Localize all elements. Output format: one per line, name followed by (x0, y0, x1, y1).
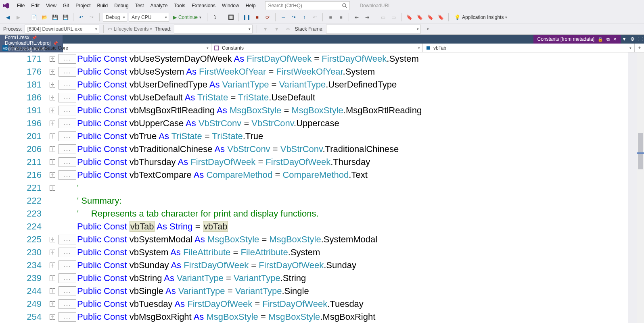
menu-build[interactable]: Build (94, 1, 111, 10)
collapsed-ellipsis[interactable]: ... (59, 299, 76, 309)
code-line[interactable]: Public Const vbMsgBoxRtlReading As MsgBo… (77, 104, 644, 117)
menu-edit[interactable]: Edit (28, 1, 43, 10)
collapsed-ellipsis[interactable]: ... (59, 119, 76, 128)
fold-gutter[interactable]: + (46, 133, 59, 139)
collapsed-ellipsis[interactable]: ... (59, 286, 76, 296)
platform-dropdown[interactable]: Any CPU (129, 13, 169, 22)
step-over-icon[interactable]: ↷ (289, 13, 298, 22)
fold-gutter[interactable]: + (46, 275, 59, 281)
fold-gutter[interactable]: + (46, 159, 59, 165)
menu-test[interactable]: Test (132, 1, 147, 10)
filter2-icon[interactable]: ▼ (272, 25, 281, 33)
collapsed-ellipsis[interactable]: ... (59, 80, 76, 90)
fold-gutter[interactable]: + (46, 108, 59, 113)
close-tab-icon[interactable]: ✕ (613, 37, 617, 42)
indent-right-icon[interactable]: ⇥ (363, 13, 372, 22)
code-line[interactable]: Public Const vbUpperCase As VbStrConv = … (77, 117, 644, 130)
fold-gutter[interactable]: + (46, 301, 59, 307)
bookmark-icon[interactable]: 🔖 (405, 13, 414, 22)
code-line[interactable]: Public Const vbUseSystem As FirstWeekOfY… (77, 65, 644, 78)
fold-gutter[interactable]: − (46, 185, 59, 191)
code-line[interactable]: Public Const vbMsgBoxRight As MsgBoxStyl… (77, 310, 644, 323)
filter1-icon[interactable]: ▼ (261, 25, 270, 33)
doc-tab[interactable]: Form1.resx📌 (0, 35, 63, 40)
fold-gutter[interactable]: + (46, 82, 59, 88)
pin-icon[interactable]: 📌 (32, 35, 37, 40)
process-dropdown[interactable]: [6304] DownloadURL.exe (25, 25, 99, 33)
menu-view[interactable]: View (43, 1, 60, 10)
new-item-icon[interactable]: 📄 (29, 13, 38, 22)
code-line[interactable]: ' (77, 181, 644, 194)
collapsed-ellipsis[interactable]: ... (59, 67, 76, 77)
app-insights-button[interactable]: 💡 Application Insights ▾ (452, 15, 510, 20)
pause-icon[interactable]: ❚❚ (242, 13, 251, 22)
code-line[interactable]: Public Const vbUserDefinedType As Varian… (77, 78, 644, 91)
uncomment-icon[interactable]: ▭ (389, 13, 398, 22)
bookmark-clear-icon[interactable]: 🔖 (436, 13, 445, 22)
thread-dropdown[interactable] (174, 25, 253, 33)
side-toolwindow-tabs[interactable] (628, 52, 637, 323)
fold-gutter[interactable]: + (46, 314, 59, 320)
collapsed-ellipsis[interactable]: ... (59, 248, 76, 257)
step-icon[interactable]: ⤵ (211, 13, 220, 22)
code-line[interactable]: Public Const vbTab As String = vbTab (77, 220, 644, 233)
fold-gutter[interactable]: + (46, 263, 59, 268)
link-icon[interactable]: ∞ (284, 25, 293, 33)
nav-member-dropdown[interactable]: vbTab (423, 44, 634, 52)
indent-left-icon[interactable]: ⇤ (352, 13, 361, 22)
gear-icon[interactable]: ⚙ (630, 36, 634, 42)
lifecycle-events-button[interactable]: ▭ Lifecycle Events ▾ (108, 26, 153, 32)
code-line[interactable]: Public Const vbString As VariantType = V… (77, 272, 644, 285)
nav-back-icon[interactable]: ◀ (3, 13, 12, 22)
fold-gutter[interactable]: + (46, 69, 59, 75)
code-line[interactable]: Public Const vbSunday As FirstDayOfWeek … (77, 259, 644, 272)
fold-gutter[interactable]: + (46, 250, 59, 255)
fold-gutter[interactable]: + (46, 121, 59, 126)
search-input[interactable]: Search (Ctrl+Q) (265, 1, 350, 10)
code-line[interactable]: Public Const vbUseSystemDayOfWeek As Fir… (77, 52, 644, 65)
code-line[interactable]: Public Const vbTuesday As FirstDayOfWeek… (77, 298, 644, 310)
restart-icon[interactable]: ⟳ (263, 13, 272, 22)
continue-button[interactable]: ▶ Continue ▾ (171, 15, 204, 20)
config-dropdown[interactable]: Debug (103, 13, 127, 22)
code-line[interactable]: Public Const vbTraditionalChinese As VbS… (77, 143, 644, 156)
collapsed-ellipsis[interactable]: ... (59, 170, 76, 180)
split-editor-icon[interactable]: ＋ (634, 44, 644, 52)
bookmark-prev-icon[interactable]: 🔖 (415, 13, 424, 22)
undo-icon[interactable]: ↶ (77, 13, 86, 22)
nav-forward-icon[interactable]: ▶ (14, 13, 23, 22)
collapsed-ellipsis[interactable]: ... (59, 131, 76, 141)
collapsed-ellipsis[interactable]: ... (59, 273, 76, 283)
code-line[interactable]: Public Const vbUseDefault As TriState = … (77, 91, 644, 104)
fold-gutter[interactable]: + (46, 172, 59, 178)
nav-project-dropdown[interactable]: VB Microsoft.VisualBasic.Core (0, 44, 211, 52)
redo-icon[interactable]: ↷ (87, 13, 96, 22)
code-line[interactable]: Public Const vbSingle As VariantType = V… (77, 285, 644, 298)
step-out-icon[interactable]: ↑ (300, 13, 309, 22)
collapsed-ellipsis[interactable]: ... (59, 260, 76, 270)
code-line[interactable]: Public Const vbThursday As FirstDayOfWee… (77, 156, 644, 169)
save-icon[interactable]: 💾 (50, 13, 59, 22)
code-editor[interactable]: 171+...Public Const vbUseSystemDayOfWeek… (0, 52, 644, 323)
collapsed-ellipsis[interactable]: ... (59, 312, 76, 322)
stop-icon[interactable]: ■ (253, 13, 261, 22)
collapsed-ellipsis[interactable]: ... (59, 157, 76, 167)
code-line[interactable]: ' Represents a tab character for print a… (77, 207, 644, 220)
collapsed-ellipsis[interactable]: ... (59, 144, 76, 154)
menu-extensions[interactable]: Extensions (188, 1, 219, 10)
step-into-icon[interactable]: → (279, 13, 288, 22)
collapsed-ellipsis[interactable]: ... (59, 106, 76, 115)
menu-analyze[interactable]: Analyze (147, 1, 171, 10)
bookmark-next-icon[interactable]: 🔖 (426, 13, 435, 22)
code-line[interactable]: Public Const vbTrue As TriState = TriSta… (77, 130, 644, 143)
code-line[interactable]: ' Summary: (77, 194, 644, 207)
menu-window[interactable]: Window (219, 1, 243, 10)
fold-gutter[interactable]: + (46, 56, 59, 62)
diag1-icon[interactable]: ≡ (326, 13, 335, 22)
open-folder-icon[interactable]: 📂 (40, 13, 49, 22)
menu-help[interactable]: Help (243, 1, 259, 10)
code-line[interactable]: Public Const vbTextCompare As CompareMet… (77, 169, 644, 181)
menu-debug[interactable]: Debug (111, 1, 132, 10)
code-line[interactable]: Public Const vbSystemModal As MsgBoxStyl… (77, 233, 644, 246)
comment-icon[interactable]: ▭ (378, 13, 387, 22)
